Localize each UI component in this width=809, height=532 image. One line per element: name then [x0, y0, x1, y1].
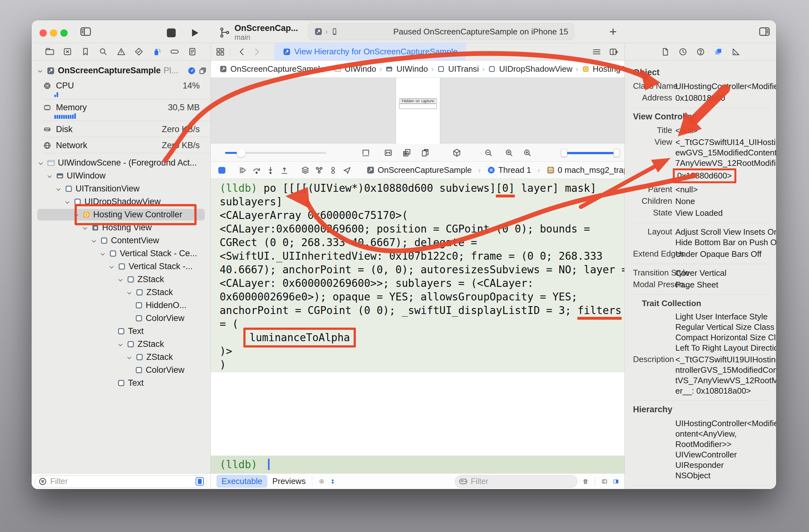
file-inspector-icon[interactable] [660, 47, 670, 56]
forward-button[interactable] [252, 47, 262, 57]
environment-overrides-button[interactable] [328, 165, 338, 175]
variables-pane-toggle[interactable] [601, 477, 608, 486]
show-views-icon[interactable] [402, 148, 412, 158]
test-navigator-icon[interactable] [134, 47, 144, 56]
chevron-down-icon[interactable] [117, 276, 124, 283]
add-editor-icon[interactable] [609, 47, 619, 57]
console-overrides-icon[interactable] [330, 477, 336, 486]
add-tab-button[interactable]: + [605, 25, 621, 39]
tree-row[interactable]: ColorView [32, 363, 210, 376]
gauge-row-network[interactable]: NetworkZero KB/s [32, 138, 210, 151]
tree-row[interactable]: ZStack [32, 351, 210, 363]
chevron-down-icon[interactable] [82, 224, 88, 231]
navigator-filter-field[interactable] [35, 476, 207, 487]
tree-row[interactable]: ContentView [32, 234, 210, 247]
bookmark-navigator-icon[interactable] [81, 47, 90, 56]
zoom-actual-icon[interactable] [504, 148, 514, 158]
chevron-down-icon[interactable] [46, 173, 53, 179]
report-navigator-icon[interactable] [187, 47, 197, 56]
breadcrumb-item[interactable]: UITransi [437, 64, 479, 74]
lldb-prompt[interactable]: (lldb) [211, 456, 624, 473]
chevron-down-icon[interactable] [126, 289, 133, 296]
filter-scope-button[interactable] [195, 477, 204, 485]
breakpoints-toggle[interactable] [217, 165, 227, 175]
gauge-row-cpu[interactable]: CPU14% [32, 78, 210, 91]
project-navigator-icon[interactable] [45, 47, 55, 56]
editor-options-icon[interactable] [591, 47, 602, 57]
memory-graph-button[interactable] [314, 165, 324, 175]
size-inspector-icon[interactable] [731, 47, 741, 56]
step-over-button[interactable] [252, 165, 261, 175]
help-inspector-icon[interactable] [696, 47, 705, 56]
tree-row[interactable]: UIWindowScene - (Foreground Act... [32, 156, 210, 169]
console-filter-input[interactable] [470, 476, 573, 486]
output-visibility-icon[interactable] [319, 477, 325, 486]
tree-row[interactable]: ZStack [32, 273, 210, 286]
step-out-button[interactable] [280, 165, 289, 175]
range-handle-right[interactable] [614, 149, 620, 157]
tree-row[interactable]: Vertical Stack - Ce... [32, 247, 210, 260]
breadcrumb-item[interactable]: OnScreenCaptureSample [219, 64, 325, 74]
tree-row[interactable]: UIDropShadowView [32, 195, 210, 208]
zoom-out-icon[interactable] [483, 148, 493, 158]
tab-view-hierarchy[interactable]: View Hierarchy for OnScreenCaptureSample [274, 43, 466, 60]
show-layers-icon[interactable] [420, 148, 430, 158]
chevron-down-icon[interactable] [108, 263, 115, 270]
debug-navigator-icon[interactable] [152, 47, 161, 56]
tree-row[interactable]: Vertical Stack -... [32, 260, 210, 273]
minimize-window-button[interactable] [50, 29, 57, 37]
tree-row[interactable]: Hosting View [32, 221, 210, 234]
scheme-selector[interactable]: OnScreenCap... main [219, 23, 298, 42]
chevron-down-icon[interactable] [55, 185, 62, 192]
debug-breadcrumb-item[interactable]: 0 mach_msg2_trap [546, 165, 628, 175]
source-control-icon[interactable] [63, 47, 72, 56]
tree-row[interactable]: ZStack [32, 286, 210, 299]
chevron-down-icon[interactable] [117, 341, 124, 348]
gauge-row-disk[interactable]: DiskZero KB/s [32, 122, 210, 135]
breakpoint-navigator-icon[interactable] [170, 47, 179, 56]
related-items-icon[interactable] [215, 47, 225, 57]
tree-row[interactable]: ZStack [32, 338, 210, 351]
chevron-down-icon[interactable] [37, 160, 44, 166]
depth-range-slider[interactable] [561, 149, 620, 157]
show-clipped-content-icon[interactable] [361, 148, 371, 158]
zoom-in-icon[interactable] [522, 148, 532, 158]
breadcrumb-item[interactable]: Hosting View Controller [582, 64, 624, 74]
tree-row[interactable]: Text [32, 325, 210, 338]
sidebar-toggle-icon[interactable] [80, 25, 92, 38]
tree-row[interactable]: UIWindow [32, 169, 210, 182]
gauge-row-memory[interactable]: Memory30,5 MB [32, 100, 210, 113]
back-button[interactable] [237, 47, 247, 57]
debug-breadcrumb-item[interactable]: Thread 1 [487, 165, 531, 175]
find-navigator-icon[interactable] [98, 47, 108, 56]
chevron-down-icon[interactable] [37, 67, 44, 74]
navigator-filter-input[interactable] [50, 476, 193, 486]
simulate-location-button[interactable] [342, 165, 352, 175]
chevron-down-icon[interactable] [126, 354, 133, 361]
orient-3d-icon[interactable] [452, 148, 462, 158]
close-window-button[interactable] [39, 29, 47, 37]
breadcrumb-item[interactable]: UIWindo [385, 64, 428, 74]
console-output[interactable]: (lldb) po [[[[(UIView*)0x10880d600 subvi… [211, 179, 624, 372]
executable-scope-button[interactable]: Executable [217, 475, 268, 488]
console-filter-field[interactable] [455, 475, 578, 488]
range-handle-left[interactable] [561, 149, 567, 157]
issue-navigator-icon[interactable] [116, 47, 126, 56]
console-pane-toggle-blue[interactable] [613, 477, 619, 486]
continue-button[interactable] [238, 165, 247, 175]
chevron-down-icon[interactable] [99, 250, 106, 257]
tree-row[interactable]: UITransitionView [32, 182, 210, 195]
debug-breadcrumb-item[interactable]: OnScreenCaptureSample [366, 165, 472, 175]
show-constraints-icon[interactable] [383, 148, 393, 158]
zoom-window-button[interactable] [61, 29, 68, 37]
breadcrumb-item[interactable]: UIDropShadowView [488, 64, 572, 74]
hierarchy-canvas[interactable]: Hidden on capture [211, 78, 624, 144]
device-screen[interactable]: Hidden on capture [396, 78, 440, 144]
tree-row[interactable]: Hosting View Controller [32, 208, 210, 221]
filter-menu-icon[interactable] [459, 477, 468, 486]
console-empty-area[interactable] [211, 372, 624, 456]
debug-session-row[interactable]: OnScreenCaptureSample Pl... [32, 61, 210, 78]
chevron-down-icon[interactable] [73, 211, 80, 218]
chevron-down-icon[interactable] [90, 237, 97, 244]
tree-row[interactable]: ColorView [32, 312, 210, 325]
